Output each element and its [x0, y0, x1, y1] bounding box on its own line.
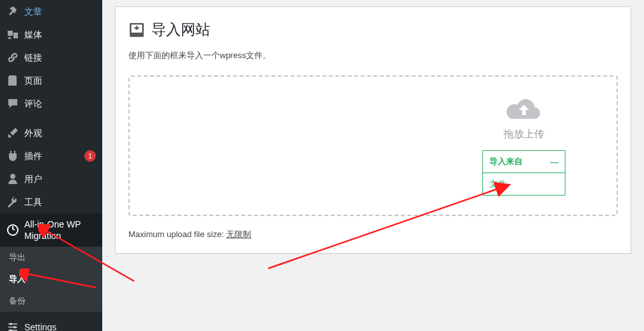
submenu-backups[interactable]: 备份 — [0, 290, 102, 312]
comment-icon — [6, 97, 19, 110]
migration-icon — [6, 224, 19, 236]
submenu-export[interactable]: 导出 — [0, 247, 102, 268]
pin-icon — [6, 5, 19, 18]
user-icon — [6, 173, 19, 185]
import-from-file[interactable]: 文件 — [483, 173, 565, 195]
max-upload-label: Maximum upload file size: — [128, 229, 226, 239]
sidebar-item-plugins[interactable]: 插件 1 — [0, 144, 102, 167]
collapse-icon: — — [550, 157, 558, 167]
sidebar-item-label: 插件 — [24, 150, 82, 162]
main-content: 导入网站 使用下面的框来导入一个wpress文件。 拖放上传 导入来自 — 文件 — [102, 0, 644, 331]
max-upload-info: Maximum upload file size: 无限制 — [128, 229, 618, 240]
sidebar-item-label: 页面 — [24, 75, 96, 86]
sidebar-item-appearance[interactable]: 外观 — [0, 121, 102, 144]
active-indicator — [102, 225, 107, 235]
import-from-toggle[interactable]: 导入来自 — — [483, 151, 565, 173]
sidebar-item-label: 工具 — [24, 196, 96, 208]
panel-title: 导入网站 — [128, 20, 618, 40]
import-from-dropdown: 导入来自 — 文件 — [482, 150, 565, 196]
settings-icon — [6, 321, 19, 331]
brush-icon — [6, 127, 19, 139]
sidebar-item-tools[interactable]: 工具 — [0, 190, 102, 213]
media-icon — [6, 28, 19, 41]
sidebar-item-users[interactable]: 用户 — [0, 167, 102, 190]
sidebar-item-label: 链接 — [24, 52, 96, 63]
max-upload-value: 无限制 — [226, 229, 251, 239]
wrench-icon — [6, 196, 19, 208]
admin-sidebar: 文章 媒体 链接 页面 评论 外观 插件 1 — [0, 0, 102, 331]
sidebar-item-label: 媒体 — [24, 29, 96, 40]
import-panel: 导入网站 使用下面的框来导入一个wpress文件。 拖放上传 导入来自 — 文件 — [115, 6, 631, 254]
drop-zone[interactable]: 拖放上传 导入来自 — 文件 — [128, 75, 618, 216]
sidebar-item-posts[interactable]: 文章 — [0, 0, 102, 23]
ai1wm-submenu: 导出 导入 备份 — [0, 247, 102, 312]
drop-text: 拖放上传 — [503, 128, 544, 141]
sidebar-item-label: 用户 — [24, 173, 96, 185]
import-icon — [128, 22, 145, 38]
svg-point-5 — [13, 326, 16, 328]
sidebar-item-label: 评论 — [24, 98, 96, 109]
plugin-icon — [6, 150, 19, 162]
sidebar-item-label: Settings — [24, 321, 96, 331]
link-icon — [6, 51, 19, 64]
svg-point-4 — [10, 323, 12, 325]
cloud-upload-icon — [506, 96, 542, 123]
import-from-label: 导入来自 — [489, 156, 523, 167]
sidebar-item-comments[interactable]: 评论 — [0, 92, 102, 115]
panel-description: 使用下面的框来导入一个wpress文件。 — [128, 50, 618, 61]
sidebar-item-label: 文章 — [24, 6, 96, 17]
sidebar-item-label: All-in-One WP Migration — [24, 219, 96, 242]
page-icon — [6, 74, 19, 87]
sidebar-item-links[interactable]: 链接 — [0, 46, 102, 69]
sidebar-item-label: 外观 — [24, 127, 96, 139]
submenu-import[interactable]: 导入 — [0, 268, 102, 290]
panel-title-text: 导入网站 — [151, 20, 210, 40]
sidebar-item-settings[interactable]: Settings — [0, 316, 102, 331]
sidebar-item-ai1wm[interactable]: All-in-One WP Migration — [0, 213, 102, 247]
update-badge: 1 — [84, 150, 96, 162]
sidebar-item-media[interactable]: 媒体 — [0, 23, 102, 46]
sidebar-item-pages[interactable]: 页面 — [0, 69, 102, 92]
